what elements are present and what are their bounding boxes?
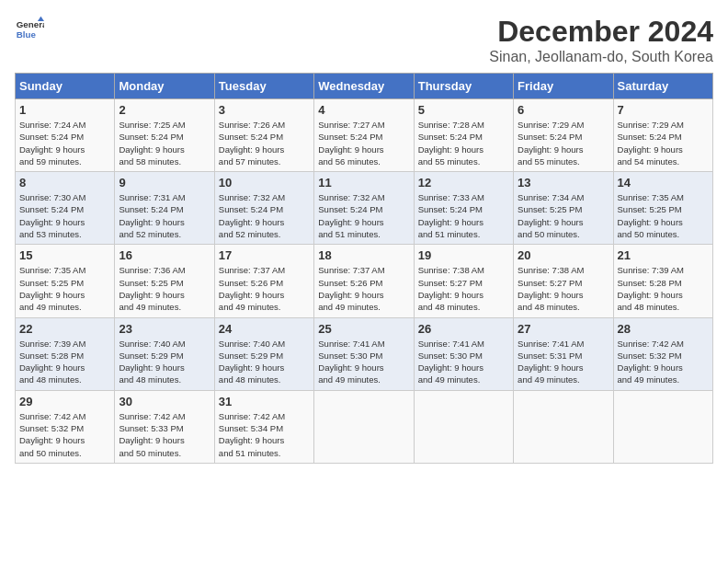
day-info: Sunrise: 7:27 AM Sunset: 5:24 PM Dayligh… bbox=[318, 119, 409, 167]
day-number: 2 bbox=[119, 103, 210, 117]
table-row: 3Sunrise: 7:26 AM Sunset: 5:24 PM Daylig… bbox=[214, 99, 313, 172]
calendar-header-friday: Friday bbox=[514, 74, 613, 99]
calendar-week-1: 1Sunrise: 7:24 AM Sunset: 5:24 PM Daylig… bbox=[16, 99, 713, 172]
day-info: Sunrise: 7:39 AM Sunset: 5:28 PM Dayligh… bbox=[19, 338, 110, 386]
header: General Blue December 2024 Sinan, Jeolla… bbox=[15, 15, 713, 65]
calendar-header-monday: Monday bbox=[115, 74, 214, 99]
day-info: Sunrise: 7:30 AM Sunset: 5:24 PM Dayligh… bbox=[19, 191, 110, 240]
day-info: Sunrise: 7:42 AM Sunset: 5:33 PM Dayligh… bbox=[119, 410, 210, 459]
table-row: 17Sunrise: 7:37 AM Sunset: 5:26 PM Dayli… bbox=[214, 245, 313, 317]
table-row: 6Sunrise: 7:29 AM Sunset: 5:24 PM Daylig… bbox=[514, 99, 613, 172]
day-number: 16 bbox=[119, 248, 210, 262]
calendar-header-thursday: Thursday bbox=[414, 74, 513, 99]
day-number: 31 bbox=[219, 395, 310, 408]
day-info: Sunrise: 7:29 AM Sunset: 5:24 PM Dayligh… bbox=[618, 119, 709, 167]
calendar-week-5: 29Sunrise: 7:42 AM Sunset: 5:32 PM Dayli… bbox=[16, 390, 713, 463]
calendar-header-wednesday: Wednesday bbox=[314, 74, 414, 99]
table-row: 24Sunrise: 7:40 AM Sunset: 5:29 PM Dayli… bbox=[214, 317, 313, 390]
day-number: 6 bbox=[518, 103, 609, 117]
day-info: Sunrise: 7:38 AM Sunset: 5:27 PM Dayligh… bbox=[418, 264, 509, 313]
day-number: 17 bbox=[219, 248, 310, 262]
logo-icon: General Blue bbox=[15, 15, 44, 44]
table-row: 13Sunrise: 7:34 AM Sunset: 5:25 PM Dayli… bbox=[514, 172, 613, 245]
day-number: 10 bbox=[219, 176, 310, 190]
table-row bbox=[314, 390, 414, 463]
day-number: 7 bbox=[618, 103, 709, 117]
table-row: 12Sunrise: 7:33 AM Sunset: 5:24 PM Dayli… bbox=[414, 172, 513, 245]
day-info: Sunrise: 7:40 AM Sunset: 5:29 PM Dayligh… bbox=[219, 338, 310, 386]
day-info: Sunrise: 7:36 AM Sunset: 5:25 PM Dayligh… bbox=[119, 264, 210, 313]
day-info: Sunrise: 7:24 AM Sunset: 5:24 PM Dayligh… bbox=[19, 119, 110, 167]
day-number: 1 bbox=[19, 103, 110, 117]
table-row: 8Sunrise: 7:30 AM Sunset: 5:24 PM Daylig… bbox=[16, 172, 115, 245]
day-info: Sunrise: 7:42 AM Sunset: 5:34 PM Dayligh… bbox=[219, 410, 310, 459]
day-number: 13 bbox=[518, 176, 609, 190]
table-row: 10Sunrise: 7:32 AM Sunset: 5:24 PM Dayli… bbox=[214, 172, 313, 245]
calendar-header-tuesday: Tuesday bbox=[214, 74, 313, 99]
day-number: 29 bbox=[19, 395, 110, 408]
table-row: 30Sunrise: 7:42 AM Sunset: 5:33 PM Dayli… bbox=[115, 390, 214, 463]
calendar-week-3: 15Sunrise: 7:35 AM Sunset: 5:25 PM Dayli… bbox=[16, 245, 713, 317]
day-number: 24 bbox=[219, 322, 310, 336]
table-row: 26Sunrise: 7:41 AM Sunset: 5:30 PM Dayli… bbox=[414, 317, 513, 390]
calendar-week-4: 22Sunrise: 7:39 AM Sunset: 5:28 PM Dayli… bbox=[16, 317, 713, 390]
day-number: 25 bbox=[318, 322, 409, 336]
day-number: 30 bbox=[119, 395, 210, 408]
day-info: Sunrise: 7:28 AM Sunset: 5:24 PM Dayligh… bbox=[418, 119, 509, 167]
table-row: 16Sunrise: 7:36 AM Sunset: 5:25 PM Dayli… bbox=[115, 245, 214, 317]
day-number: 26 bbox=[418, 322, 509, 336]
day-number: 4 bbox=[318, 103, 409, 117]
day-info: Sunrise: 7:35 AM Sunset: 5:25 PM Dayligh… bbox=[618, 191, 709, 240]
day-info: Sunrise: 7:31 AM Sunset: 5:24 PM Dayligh… bbox=[119, 191, 210, 240]
day-info: Sunrise: 7:37 AM Sunset: 5:26 PM Dayligh… bbox=[219, 264, 310, 313]
table-row: 18Sunrise: 7:37 AM Sunset: 5:26 PM Dayli… bbox=[314, 245, 414, 317]
day-number: 28 bbox=[618, 322, 709, 336]
table-row bbox=[414, 390, 513, 463]
page-container: General Blue December 2024 Sinan, Jeolla… bbox=[15, 15, 713, 464]
table-row: 15Sunrise: 7:35 AM Sunset: 5:25 PM Dayli… bbox=[16, 245, 115, 317]
day-info: Sunrise: 7:41 AM Sunset: 5:31 PM Dayligh… bbox=[518, 338, 609, 386]
day-number: 12 bbox=[418, 176, 509, 190]
table-row: 1Sunrise: 7:24 AM Sunset: 5:24 PM Daylig… bbox=[16, 99, 115, 172]
day-info: Sunrise: 7:39 AM Sunset: 5:28 PM Dayligh… bbox=[618, 264, 709, 313]
day-number: 18 bbox=[318, 248, 409, 262]
calendar-header-row: SundayMondayTuesdayWednesdayThursdayFrid… bbox=[16, 74, 713, 99]
day-number: 9 bbox=[119, 176, 210, 190]
day-info: Sunrise: 7:37 AM Sunset: 5:26 PM Dayligh… bbox=[318, 264, 409, 313]
day-number: 22 bbox=[19, 322, 110, 336]
day-info: Sunrise: 7:40 AM Sunset: 5:29 PM Dayligh… bbox=[119, 338, 210, 386]
day-info: Sunrise: 7:41 AM Sunset: 5:30 PM Dayligh… bbox=[318, 338, 409, 386]
day-number: 27 bbox=[518, 322, 609, 336]
calendar-header-sunday: Sunday bbox=[16, 74, 115, 99]
calendar-table: SundayMondayTuesdayWednesdayThursdayFrid… bbox=[15, 73, 713, 464]
day-info: Sunrise: 7:32 AM Sunset: 5:24 PM Dayligh… bbox=[219, 191, 310, 240]
day-number: 20 bbox=[518, 248, 609, 262]
day-info: Sunrise: 7:42 AM Sunset: 5:32 PM Dayligh… bbox=[618, 338, 709, 386]
table-row: 25Sunrise: 7:41 AM Sunset: 5:30 PM Dayli… bbox=[314, 317, 414, 390]
table-row: 20Sunrise: 7:38 AM Sunset: 5:27 PM Dayli… bbox=[514, 245, 613, 317]
day-number: 14 bbox=[618, 176, 709, 190]
day-info: Sunrise: 7:42 AM Sunset: 5:32 PM Dayligh… bbox=[19, 410, 110, 459]
day-number: 15 bbox=[19, 248, 110, 262]
calendar-week-2: 8Sunrise: 7:30 AM Sunset: 5:24 PM Daylig… bbox=[16, 172, 713, 245]
day-number: 8 bbox=[19, 176, 110, 190]
day-info: Sunrise: 7:25 AM Sunset: 5:24 PM Dayligh… bbox=[119, 119, 210, 167]
table-row bbox=[514, 390, 613, 463]
table-row: 29Sunrise: 7:42 AM Sunset: 5:32 PM Dayli… bbox=[16, 390, 115, 463]
day-info: Sunrise: 7:29 AM Sunset: 5:24 PM Dayligh… bbox=[518, 119, 609, 167]
day-info: Sunrise: 7:32 AM Sunset: 5:24 PM Dayligh… bbox=[318, 191, 409, 240]
table-row: 5Sunrise: 7:28 AM Sunset: 5:24 PM Daylig… bbox=[414, 99, 513, 172]
subtitle: Sinan, Jeollanam-do, South Korea bbox=[489, 49, 713, 65]
table-row: 9Sunrise: 7:31 AM Sunset: 5:24 PM Daylig… bbox=[115, 172, 214, 245]
day-info: Sunrise: 7:26 AM Sunset: 5:24 PM Dayligh… bbox=[219, 119, 310, 167]
logo: General Blue bbox=[15, 15, 44, 44]
day-number: 19 bbox=[418, 248, 509, 262]
main-title: December 2024 bbox=[489, 15, 713, 49]
title-block: December 2024 Sinan, Jeollanam-do, South… bbox=[489, 15, 713, 65]
day-info: Sunrise: 7:34 AM Sunset: 5:25 PM Dayligh… bbox=[518, 191, 609, 240]
table-row: 4Sunrise: 7:27 AM Sunset: 5:24 PM Daylig… bbox=[314, 99, 414, 172]
table-row: 22Sunrise: 7:39 AM Sunset: 5:28 PM Dayli… bbox=[16, 317, 115, 390]
table-row: 14Sunrise: 7:35 AM Sunset: 5:25 PM Dayli… bbox=[613, 172, 712, 245]
table-row: 31Sunrise: 7:42 AM Sunset: 5:34 PM Dayli… bbox=[214, 390, 313, 463]
table-row: 27Sunrise: 7:41 AM Sunset: 5:31 PM Dayli… bbox=[514, 317, 613, 390]
